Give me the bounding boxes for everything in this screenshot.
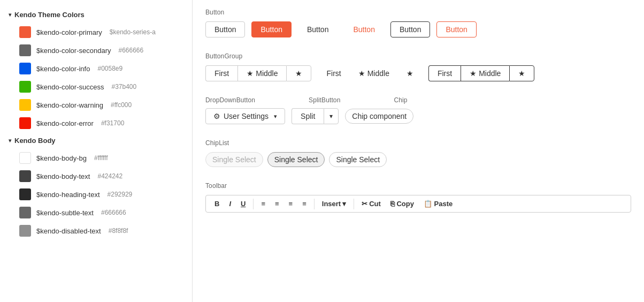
kendo-body-header[interactable]: ▾ Kendo Body — [0, 132, 192, 149]
button-group-section: ButtonGroup First ★ Middle ★ First ★ Mid… — [205, 52, 631, 81]
toolbar-separator-3 — [354, 199, 354, 209]
split-button-main[interactable]: Split — [292, 108, 324, 124]
sidebar: ▾ Kendo Theme Colors $kendo-color-primar… — [0, 0, 193, 302]
kendo-body-collapse-icon: ▾ — [9, 138, 11, 144]
split-label: SplitButton — [309, 96, 340, 104]
color-info-swatch — [19, 63, 31, 74]
heading-text-name: $kendo-heading-text — [36, 191, 100, 199]
chip-single-select-3[interactable]: Single Select — [329, 152, 387, 167]
color-success-name: $kendo-color-success — [36, 83, 104, 91]
color-error-name: $kendo-color-error — [36, 119, 94, 127]
split-button-arrow[interactable]: ▾ — [324, 108, 339, 124]
bg3-middle[interactable]: ★ Middle — [461, 65, 509, 81]
disabled-text-value: #8f8f8f — [109, 227, 128, 235]
bg1-middle-label: Middle — [256, 69, 278, 78]
cut-icon: ✂ — [362, 200, 367, 208]
color-warning-row: $kendo-color-warning #ffc000 — [0, 96, 192, 114]
subtle-text-value: #666666 — [101, 209, 126, 216]
bg1-middle[interactable]: ★ Middle — [237, 65, 286, 81]
body-bg-swatch — [19, 152, 31, 164]
bg2-icon[interactable]: ★ — [398, 66, 422, 81]
btn-group-2: First ★ Middle ★ — [318, 66, 421, 81]
btn-link-red[interactable]: Button — [344, 21, 384, 37]
btn-group-3: First ★ Middle ★ — [428, 65, 534, 81]
toolbar-align-center-button[interactable]: ≡ — [271, 198, 283, 210]
disabled-text-row: $kendo-disabled-text #8f8f8f — [0, 222, 192, 240]
kendo-theme-colors-label: Kendo Theme Colors — [14, 11, 85, 19]
button-group-label: ButtonGroup — [205, 52, 631, 60]
bg2-first[interactable]: First — [318, 66, 349, 81]
bg3-middle-label: Middle — [479, 69, 501, 78]
color-secondary-name: $kendo-color-secondary — [36, 47, 111, 55]
bg2-middle[interactable]: ★ Middle — [350, 66, 398, 81]
toolbar-cut-button[interactable]: ✂ Cut — [357, 198, 385, 210]
chiplist-section: ChipList Single Select Single Select Sin… — [205, 139, 631, 167]
subtle-text-name: $kendo-subtle-text — [36, 209, 94, 217]
color-secondary-row: $kendo-color-secondary #666666 — [0, 41, 192, 59]
toolbar-align-right-button[interactable]: ≡ — [285, 198, 297, 210]
toolbar-align-left-button[interactable]: ≡ — [257, 198, 270, 210]
chiplist-section-label: ChipList — [205, 139, 631, 147]
toolbar-underline-button[interactable]: U — [236, 198, 250, 210]
toolbar-separator-2 — [314, 199, 315, 209]
collapse-icon: ▾ — [9, 12, 11, 18]
subtle-text-row: $kendo-subtle-text #666666 — [0, 203, 192, 222]
toolbar-insert-button[interactable]: Insert ▾ — [318, 198, 350, 210]
heading-text-value: #292929 — [108, 191, 133, 198]
body-bg-row: $kendo-body-bg #ffffff — [0, 149, 192, 167]
body-text-swatch — [19, 170, 31, 182]
bg2-star-icon: ★ — [358, 69, 365, 78]
btn-default[interactable]: Button — [205, 21, 245, 37]
component-controls-row: ⚙ User Settings ▾ Split ▾ Chip component — [205, 108, 631, 124]
bg3-icon[interactable]: ★ — [509, 65, 534, 81]
gear-icon: ⚙ — [213, 112, 220, 120]
color-primary-swatch — [19, 26, 31, 38]
color-error-value: #f31700 — [101, 119, 124, 127]
button-group-row: First ★ Middle ★ First ★ Middle ★ First — [205, 65, 631, 81]
toolbar-section: Toolbar B I U ≡ ≡ ≡ ≡ Insert ▾ ✂ Cut ⎘ C… — [205, 182, 631, 213]
color-success-row: $kendo-color-success #37b400 — [0, 78, 192, 96]
insert-arrow-icon: ▾ — [342, 200, 346, 208]
chip-component[interactable]: Chip component — [345, 109, 413, 124]
btn-primary[interactable]: Button — [251, 21, 291, 37]
color-secondary-value: #666666 — [118, 47, 143, 54]
btn-outline-red[interactable]: Button — [436, 21, 476, 37]
color-info-name: $kendo-color-info — [36, 65, 90, 73]
toolbar-bold-button[interactable]: B — [210, 198, 224, 210]
toolbar-italic-button[interactable]: I — [225, 198, 235, 210]
color-error-row: $kendo-color-error #f31700 — [0, 114, 192, 132]
body-text-name: $kendo-body-text — [36, 172, 90, 180]
color-warning-swatch — [19, 99, 31, 111]
dropdown-button-label: User Settings — [224, 112, 269, 120]
color-info-row: $kendo-color-info #0058e9 — [0, 59, 192, 78]
dropdown-chevron-icon: ▾ — [274, 113, 277, 120]
component-label-row: DropDownButton SplitButton Chip — [205, 96, 631, 104]
body-bg-name: $kendo-body-bg — [36, 154, 87, 162]
bg3-star-icon: ★ — [470, 69, 477, 78]
dropdown-label: DropDownButton — [205, 96, 255, 104]
kendo-theme-colors-header[interactable]: ▾ Kendo Theme Colors — [0, 6, 192, 23]
chip-label: Chip — [394, 96, 407, 104]
bg1-first[interactable]: First — [205, 65, 237, 81]
body-text-row: $kendo-body-text #424242 — [0, 167, 192, 185]
main-content: Button Button Button Button Button Butto… — [193, 0, 644, 302]
dropdown-button[interactable]: ⚙ User Settings ▾ — [205, 108, 285, 124]
bg2-middle-label: Middle — [367, 69, 389, 78]
color-success-value: #37b400 — [111, 83, 136, 90]
bg1-icon[interactable]: ★ — [286, 65, 311, 81]
btn-bordered[interactable]: Button — [390, 21, 430, 37]
bg3-first[interactable]: First — [428, 65, 461, 81]
button-row: Button Button Button Button Button Butto… — [205, 21, 631, 37]
toolbar-copy-button[interactable]: ⎘ Copy — [386, 198, 418, 210]
toolbar-paste-button[interactable]: 📋 Paste — [419, 198, 457, 210]
toolbar-justify-button[interactable]: ≡ — [298, 198, 311, 210]
component-row-section: DropDownButton SplitButton Chip ⚙ User S… — [205, 96, 631, 124]
chip-single-select-2[interactable]: Single Select — [267, 152, 325, 167]
toolbar: B I U ≡ ≡ ≡ ≡ Insert ▾ ✂ Cut ⎘ Copy 📋 Pa… — [205, 195, 631, 213]
chip-single-select-1[interactable]: Single Select — [205, 152, 263, 167]
btn-group-1: First ★ Middle ★ — [205, 65, 311, 81]
heading-text-swatch — [19, 188, 31, 200]
toolbar-separator-1 — [253, 199, 254, 209]
btn-flat[interactable]: Button — [298, 21, 338, 37]
color-warning-value: #ffc000 — [111, 101, 132, 109]
